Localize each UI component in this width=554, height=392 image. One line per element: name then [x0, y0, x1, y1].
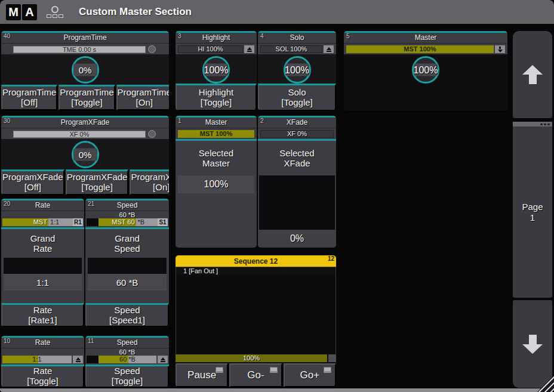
fader-track[interactable]: SOL 100%: [260, 45, 322, 53]
speed-toggle-header[interactable]: 11 Speed: [85, 338, 169, 348]
solo-fader[interactable]: SOL 100%: [260, 45, 334, 53]
fader-fill[interactable]: MST 100%: [178, 130, 254, 138]
programxfade-fader[interactable]: XF 0%: [13, 130, 156, 138]
fader-zero-segment[interactable]: [87, 356, 99, 363]
programtime-on-button[interactable]: ProgramTime [On]: [116, 85, 169, 110]
highlight-master: 3 Highlight HI 100% 100% Highlight [Togg…: [176, 31, 257, 110]
grand-master: 5 Master MST 100% 100%: [344, 31, 507, 110]
xfade-display-box: [259, 175, 335, 230]
highlight-toggle-button[interactable]: Highlight [Toggle]: [176, 84, 257, 110]
programxfade-on-button[interactable]: ProgramXFade [On]: [130, 169, 169, 195]
solo-knob[interactable]: 100%: [284, 56, 311, 84]
grand-rate-fader[interactable]: MST 1:1 R1: [2, 218, 83, 226]
eject-icon[interactable]: [158, 356, 168, 363]
programtime-header[interactable]: 40 ProgramTime: [1, 33, 169, 44]
programtime-off-button[interactable]: ProgramTime [Off]: [1, 85, 57, 110]
eject-icon[interactable]: [73, 356, 83, 363]
eject-icon[interactable]: [244, 45, 254, 53]
rate-toggle-button[interactable]: Rate [Toggle]: [1, 366, 84, 387]
programtime-master: 40 ProgramTime TME 0.00 s 0% ProgramTime…: [1, 31, 169, 110]
eject-icon[interactable]: [324, 45, 334, 53]
fader-fill[interactable]: MST 60: [99, 218, 136, 226]
sequence-title: Sequence 12: [234, 257, 278, 266]
title-bar[interactable]: M A Custom Master Section: [0, 0, 554, 24]
speed-toggle-master: 11 Speed 60 *B 60 *B Speed [Toggle]: [85, 336, 169, 387]
page-label: Page 1: [513, 126, 552, 298]
grand-speed-value: 60 *B: [88, 274, 167, 291]
button-led: [324, 367, 331, 373]
fader-value[interactable]: *B: [136, 218, 158, 226]
fader-fill[interactable]: MST 100%: [346, 45, 494, 53]
rate-toggle-master: 10 Rate 1:1 Rate [Toggle]: [1, 336, 84, 387]
programxfade-master: 30 ProgramXFade XF 0% 0% ProgramXFade [O…: [1, 116, 169, 195]
page-widget-titlebar[interactable]: [513, 122, 552, 126]
fader-handle[interactable]: [148, 130, 156, 138]
sequence-header[interactable]: Sequence 12 12: [176, 255, 336, 267]
knob-value: 100%: [285, 64, 309, 76]
go-minus-button[interactable]: Go-: [229, 363, 282, 387]
master-knob[interactable]: 100%: [412, 56, 439, 84]
cue-list-body: [176, 275, 336, 354]
arrow-up-icon: [522, 65, 543, 84]
block-title: Master: [415, 33, 437, 42]
pool-number: 1: [178, 118, 181, 124]
selected-xfade-fader[interactable]: XF 0%: [260, 130, 334, 138]
ma-logo-a: A: [22, 4, 37, 20]
pool-number: 2: [260, 118, 264, 124]
fader-assign-tag: S1: [158, 218, 168, 226]
grand-speed-fader[interactable]: MST 60 *B S1: [87, 218, 168, 226]
fader-handle[interactable]: [148, 45, 156, 53]
highlight-header[interactable]: 3 Highlight: [176, 33, 257, 44]
programxfade-header[interactable]: 30 ProgramXFade: [1, 118, 169, 128]
fader-track[interactable]: XF 0%: [13, 131, 146, 138]
rate1-button[interactable]: Rate [Rate1]: [1, 303, 84, 327]
programxfade-off-button[interactable]: ProgramXFade [Off]: [1, 169, 64, 195]
ma-logo[interactable]: M A: [6, 4, 37, 20]
master-fader[interactable]: MST 100%: [346, 45, 505, 53]
rate-toggle-fader[interactable]: 1:1: [2, 356, 83, 363]
cue-row[interactable]: 1 [Fan Out ]: [176, 267, 336, 275]
selected-xfade-header[interactable]: 2 XFade: [258, 118, 336, 128]
selected-master-header[interactable]: 1 Master: [176, 118, 257, 128]
speed-toggle-fader[interactable]: 60 *B: [87, 356, 168, 363]
programtime-knob[interactable]: 0%: [72, 56, 99, 84]
grand-rate-header[interactable]: 20 Rate: [1, 200, 84, 211]
highlight-fader[interactable]: HI 100%: [178, 45, 254, 53]
pool-number: 40: [4, 33, 10, 39]
fader-fill[interactable]: MST: [2, 218, 48, 226]
speed1-button[interactable]: Speed [Speed1]: [85, 303, 169, 327]
fader-value[interactable]: 1:1: [48, 218, 73, 226]
arrow-down-icon[interactable]: [495, 45, 505, 53]
fader-fill[interactable]: 100%: [176, 354, 327, 362]
grand-rate-master: 20 Rate MST 1:1 R1 Grand Rate 1:1 Rate […: [1, 199, 84, 327]
fader-end-cap[interactable]: [328, 354, 336, 362]
fader-track[interactable]: XF 0%: [260, 130, 334, 138]
page-down-button[interactable]: [513, 300, 552, 388]
grand-speed-header[interactable]: 21 Speed: [85, 200, 169, 211]
page-up-button[interactable]: [513, 31, 552, 118]
programtime-fader[interactable]: TME 0.00 s: [13, 45, 156, 53]
programtime-toggle-button[interactable]: ProgramTime [Toggle]: [59, 85, 115, 110]
master-section-icon[interactable]: [47, 6, 63, 18]
selected-master-fader[interactable]: MST 100%: [178, 130, 254, 138]
master-header[interactable]: 5 Master: [344, 33, 507, 44]
speed-toggle-button[interactable]: Speed [Toggle]: [85, 366, 169, 387]
programxfade-knob[interactable]: 0%: [72, 141, 99, 168]
go-plus-button[interactable]: Go+: [284, 363, 336, 387]
solo-header[interactable]: 4 Solo: [258, 33, 336, 44]
pause-button[interactable]: Pause: [176, 363, 228, 387]
sequence-master-fader[interactable]: 100%: [176, 354, 336, 362]
highlight-knob[interactable]: 100%: [202, 56, 230, 84]
page-indicator[interactable]: Page 1: [513, 122, 552, 298]
block-title: Speed: [117, 338, 138, 347]
fader-track[interactable]: HI 100%: [178, 45, 243, 53]
rate-toggle-header[interactable]: 10 Rate: [1, 338, 84, 348]
block-title: Rate: [35, 201, 50, 209]
fader-zero-segment[interactable]: [87, 218, 99, 226]
programxfade-toggle-button[interactable]: ProgramXFade [Toggle]: [66, 169, 129, 195]
fader-track[interactable]: TME 0.00 s: [13, 46, 146, 53]
selected-xfade-value: 0%: [258, 230, 336, 248]
knob-value: 100%: [204, 64, 228, 76]
button-led: [216, 367, 223, 373]
solo-toggle-button[interactable]: Solo [Toggle]: [258, 84, 336, 110]
